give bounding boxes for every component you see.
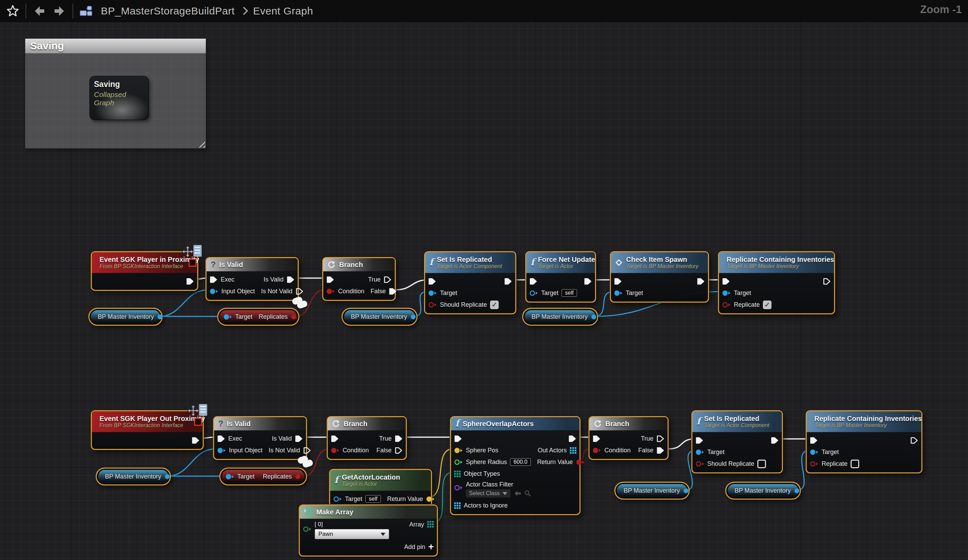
input-pin[interactable] [327,276,334,283]
input-pin[interactable] [810,437,818,444]
breadcrumb-blueprint-name[interactable]: BP_MasterStorageBuildPart [101,5,235,17]
input-pin[interactable] [722,278,730,285]
input-pin[interactable] [210,288,218,295]
output-pin[interactable] [291,314,297,320]
input-pin[interactable] [331,435,339,442]
node-sphere-overlap-actors[interactable]: f SphereOverlapActors Sphere PosOut Acto… [450,416,580,515]
input-pin[interactable] [303,526,312,532]
input-pin[interactable] [722,302,731,308]
node-branch-2[interactable]: Branch True ConditionFalse [327,416,407,460]
variable-pill-target-replicates-2[interactable]: Target Replicates [219,467,307,486]
output-pin[interactable] [410,314,416,320]
pawn-dropdown[interactable]: Pawn [315,529,389,539]
node-is-valid-2[interactable]: ? Is Valid ExecIs Valid Input ObjectIs N… [213,416,307,460]
input-pin[interactable] [454,471,461,477]
input-pin[interactable] [593,435,600,442]
output-pin[interactable] [823,278,831,285]
output-pin[interactable] [570,447,576,454]
output-pin[interactable] [395,435,403,442]
input-pin[interactable] [454,502,461,509]
output-pin[interactable] [389,288,397,295]
checkbox[interactable]: ✓ [763,301,771,309]
input-pin[interactable] [217,435,225,442]
node-replicate-containing-inventories-1[interactable]: Replicate Containing InventoriesTarget i… [718,251,835,314]
output-pin[interactable] [427,521,434,527]
node-event-sgk-player-out-proximity[interactable]: Event SGK Player Out ProximityFrom BP SG… [91,410,204,450]
input-pin[interactable] [529,278,537,285]
output-pin[interactable] [157,314,163,320]
value-field[interactable]: 600.0 [510,458,531,466]
input-pin[interactable] [810,449,819,456]
output-pin[interactable] [287,276,295,283]
input-pin[interactable] [454,447,463,454]
variable-pill-bp-master-inventory-3[interactable]: BP Master Inventory [522,308,598,326]
input-pin[interactable] [210,276,217,283]
node-branch-1[interactable]: Branch True ConditionFalse [322,257,396,301]
input-pin[interactable] [614,278,622,285]
output-pin[interactable] [656,435,665,442]
node-set-is-replicated-1[interactable]: f Set Is ReplicatedTarget is Actor Compo… [424,251,516,314]
input-pin[interactable] [428,278,436,285]
favorite-button[interactable] [5,2,21,20]
output-pin[interactable] [683,488,689,494]
input-pin[interactable] [454,484,463,491]
variable-pill-bp-master-inventory-4[interactable]: BP Master Inventory [96,467,171,486]
output-pin[interactable] [395,447,403,454]
output-pin[interactable] [164,474,170,480]
input-pin[interactable] [333,496,342,502]
input-pin[interactable] [614,290,623,296]
node-branch-3[interactable]: Branch True ConditionFalse [588,416,669,460]
checkbox[interactable]: ✓ [490,301,499,309]
node-get-actor-location[interactable]: f GetActorLocationTarget is Actor Target… [329,469,432,509]
variable-pill-target-replicates-1[interactable]: Target Replicates [217,308,299,326]
browse-icon[interactable] [524,490,531,497]
output-pin[interactable] [697,278,705,285]
node-check-item-spawn[interactable]: Check Item SpawnTarget is BP Master Inve… [610,251,709,302]
value-field[interactable]: self [365,495,381,503]
variable-pill-bp-master-inventory-5[interactable]: BP Master Inventory [614,482,690,500]
input-pin[interactable] [810,461,819,467]
input-pin[interactable] [224,314,232,320]
variable-pill-bp-master-inventory-1[interactable]: BP Master Inventory [88,308,162,326]
checkbox[interactable] [757,459,766,468]
output-pin[interactable] [656,447,665,454]
node-set-is-replicated-2[interactable]: f Set Is ReplicatedTarget is Actor Compo… [691,410,783,473]
node-force-net-update[interactable]: f Force Net UpdateTarget is Actor Target… [525,251,596,302]
input-pin[interactable] [696,461,704,467]
select-class-dropdown[interactable]: Select Class [466,489,511,497]
value-field[interactable]: self [562,289,577,297]
output-pin[interactable] [771,437,779,444]
input-pin[interactable] [529,290,538,296]
variable-pill-bp-master-inventory-6[interactable]: BP Master Inventory [725,482,801,500]
output-pin[interactable] [295,474,301,480]
back-button[interactable] [31,2,47,20]
output-pin[interactable] [569,435,576,442]
input-pin[interactable] [696,437,703,444]
output-pin[interactable] [384,276,392,283]
input-pin[interactable] [454,435,462,442]
output-pin[interactable] [186,278,194,285]
output-pin[interactable] [591,314,597,320]
blueprint-event-graph-canvas[interactable]: Saving Saving Collapsed Graph Event SGK … [0,0,968,560]
input-pin[interactable] [225,473,234,480]
output-pin[interactable] [584,278,592,285]
input-pin[interactable] [593,447,601,454]
input-pin[interactable] [428,290,437,296]
input-pin[interactable] [428,302,437,308]
breadcrumb-current-graph[interactable]: Event Graph [253,5,313,17]
input-pin[interactable] [454,459,463,466]
node-make-array[interactable]: Make Array [ 0] PawnArrayAdd pin+ [299,504,438,557]
output-pin[interactable] [576,459,585,466]
output-pin[interactable] [192,437,200,444]
input-pin[interactable] [327,288,335,295]
use-selected-icon[interactable] [514,490,522,497]
output-pin[interactable] [504,278,512,285]
output-pin[interactable] [426,496,435,502]
input-pin[interactable] [696,449,704,456]
output-pin[interactable] [303,447,311,454]
forward-button[interactable] [52,2,68,20]
input-pin[interactable] [331,447,340,454]
input-pin[interactable] [217,447,226,454]
node-is-valid-1[interactable]: ? Is Valid ExecIs Valid Input ObjectIs N… [206,257,299,301]
output-pin[interactable] [295,435,303,442]
